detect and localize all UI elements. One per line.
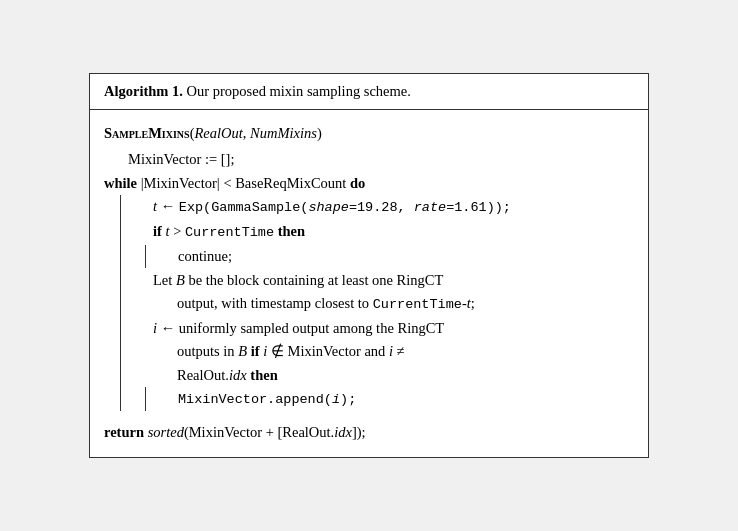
proc-param1: RealOut (195, 125, 243, 141)
code-block: MixinVector := []; while |MixinVector| <… (104, 148, 634, 443)
t-assign-line: t ← Exp(GammaSample(shape=19.28, rate=1.… (129, 195, 634, 219)
if-keyword: if (153, 223, 162, 239)
proc-param2: NumMixins (250, 125, 317, 141)
i-assign-line-1: i ← uniformly sampled output among the R… (129, 317, 634, 339)
if-block: continue; (145, 245, 634, 267)
return-line: return sorted(MixinVector + [RealOut.idx… (104, 419, 634, 443)
if-line: if t > CurrentTime then (129, 220, 634, 244)
append-block: MixinVector.append(i); (145, 387, 634, 411)
append-line: MixinVector.append(i); (154, 387, 634, 411)
init-line: MixinVector := []; (104, 148, 634, 170)
i-assign-line-2: outputs in B if i ∉ MixinVector and i ≠ (129, 340, 634, 362)
let-line-1: Let B be the block containing at least o… (129, 269, 634, 291)
let-line-2: output, with timestamp closest to Curren… (129, 292, 634, 316)
algorithm-box: Algorithm 1. Our proposed mixin sampling… (89, 73, 649, 457)
while-keyword: while (104, 175, 137, 191)
while-line: while |MixinVector| < BaseReqMixCount do (104, 172, 634, 194)
return-keyword: return (104, 424, 144, 440)
algorithm-body: SampleMixins(RealOut, NumMixins) MixinVe… (90, 110, 648, 457)
do-keyword: do (350, 175, 365, 191)
then-keyword: then (278, 223, 305, 239)
proc-name: SampleMixins (104, 125, 190, 141)
continue-line: continue; (154, 245, 634, 267)
algorithm-title: Algorithm 1. (104, 83, 187, 99)
algorithm-header: Algorithm 1. Our proposed mixin sampling… (90, 74, 648, 109)
i-assign-line-3: RealOut.idx then (129, 364, 634, 386)
while-block: t ← Exp(GammaSample(shape=19.28, rate=1.… (120, 195, 634, 411)
algorithm-description: Our proposed mixin sampling scheme. (187, 83, 411, 99)
proc-signature: SampleMixins(RealOut, NumMixins) (104, 122, 634, 144)
